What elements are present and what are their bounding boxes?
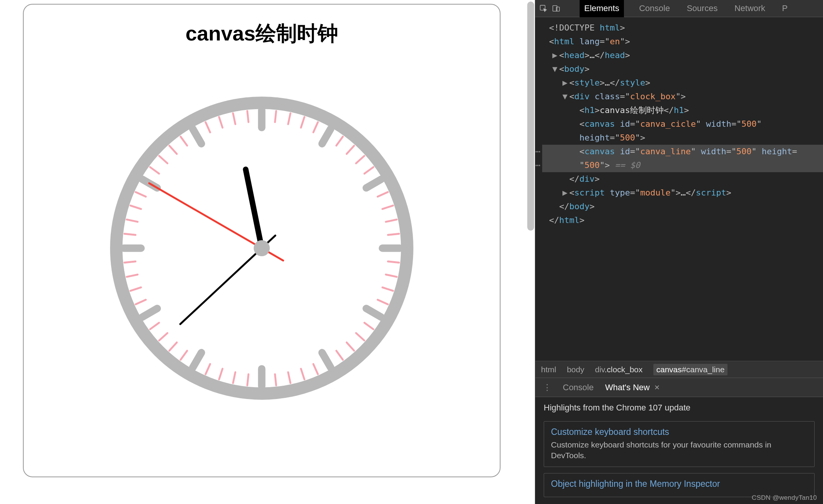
svg-line-2 — [275, 111, 276, 122]
svg-line-38 — [169, 342, 177, 351]
svg-line-35 — [206, 364, 210, 374]
inspect-icon[interactable] — [539, 4, 548, 13]
svg-line-40 — [150, 323, 159, 329]
svg-line-23 — [356, 333, 365, 341]
dom-row[interactable]: </html> — [542, 213, 823, 227]
svg-line-41 — [142, 309, 157, 317]
devtools-tab-p[interactable]: P — [781, 0, 789, 17]
svg-line-19 — [382, 288, 393, 291]
dom-row[interactable]: ▶<style>…</style> — [542, 76, 823, 90]
svg-line-15 — [388, 234, 399, 235]
svg-line-13 — [382, 205, 393, 209]
svg-line-25 — [336, 351, 343, 360]
drawer-tab-console[interactable]: Console — [563, 383, 594, 393]
svg-line-9 — [356, 156, 365, 163]
svg-line-5 — [313, 122, 318, 132]
svg-line-18 — [386, 275, 397, 277]
drawer-tabs: ⋮ Console What's New ✕ — [535, 378, 823, 397]
svg-line-47 — [125, 234, 136, 235]
dom-row[interactable]: <html lang="en"> — [542, 35, 823, 48]
svg-line-36 — [193, 353, 201, 368]
svg-line-59 — [233, 113, 235, 124]
svg-line-3 — [288, 113, 290, 124]
breadcrumb-item[interactable]: div.clock_box — [595, 365, 643, 374]
dom-row[interactable]: "500"> == $0 — [542, 158, 823, 172]
svg-line-28 — [301, 369, 305, 380]
svg-line-24 — [347, 342, 354, 351]
svg-line-20 — [377, 300, 388, 304]
watermark: CSDN @wendyTan10 — [752, 494, 817, 502]
svg-line-4 — [301, 117, 305, 128]
dom-row[interactable]: </div> — [542, 172, 823, 186]
dom-tree[interactable]: <!DOCTYPE html> <html lang="en"> ▶<head>… — [535, 17, 823, 361]
svg-line-32 — [247, 374, 248, 385]
svg-line-52 — [150, 167, 159, 174]
dom-row[interactable]: height="500"> — [542, 131, 823, 145]
devtools-panel: ElementsConsoleSourcesNetworkP <!DOCTYPE… — [535, 0, 823, 504]
svg-line-7 — [336, 137, 343, 146]
svg-line-37 — [181, 351, 187, 360]
svg-line-33 — [233, 372, 235, 383]
svg-line-60 — [247, 111, 248, 122]
breadcrumb-item[interactable]: body — [567, 365, 585, 374]
svg-line-54 — [169, 146, 177, 154]
breadcrumb-item[interactable]: html — [541, 365, 556, 374]
devtools-tab-elements[interactable]: Elements — [580, 0, 624, 17]
breadcrumb[interactable]: htmlbodydiv.clock_boxcanvas#canva_line — [535, 361, 823, 378]
svg-line-27 — [313, 364, 318, 374]
whatsnew-card[interactable]: Customize keyboard shortcutsCustomize ke… — [544, 421, 815, 467]
svg-line-21 — [366, 309, 381, 317]
devtools-tab-console[interactable]: Console — [638, 0, 672, 17]
svg-line-6 — [322, 129, 331, 144]
whatsnew-card[interactable]: Object highlighting in the Memory Inspec… — [544, 473, 815, 497]
svg-line-55 — [181, 137, 187, 146]
dom-row[interactable]: <!DOCTYPE html> — [542, 21, 823, 35]
svg-line-11 — [366, 179, 381, 188]
scrollbar[interactable] — [527, 2, 534, 231]
svg-point-64 — [254, 240, 270, 256]
svg-line-10 — [365, 167, 374, 174]
svg-line-8 — [347, 146, 354, 154]
svg-line-29 — [288, 372, 290, 383]
svg-line-34 — [219, 369, 222, 380]
page-title: canvas绘制时钟 — [185, 20, 338, 48]
devtools-tabbar: ElementsConsoleSourcesNetworkP — [535, 0, 823, 17]
dom-row[interactable]: ▼<body> — [542, 62, 823, 76]
svg-line-42 — [136, 300, 146, 304]
dom-row[interactable]: ▶<head>…</head> — [542, 48, 823, 62]
svg-line-30 — [275, 374, 276, 385]
svg-line-53 — [159, 156, 168, 163]
svg-line-45 — [125, 262, 136, 263]
svg-line-58 — [219, 117, 222, 128]
dom-row[interactable]: </body> — [542, 200, 823, 213]
svg-line-17 — [388, 262, 399, 263]
svg-line-63 — [246, 170, 262, 248]
svg-line-48 — [127, 220, 138, 222]
breadcrumb-item[interactable]: canvas#canva_line — [653, 364, 728, 375]
clock-canvas — [107, 94, 416, 403]
kebab-icon[interactable]: ⋮ — [543, 383, 551, 393]
svg-line-56 — [193, 129, 201, 144]
devtools-tab-network[interactable]: Network — [733, 0, 767, 17]
svg-line-12 — [377, 192, 388, 197]
clock-box: canvas绘制时钟 — [23, 4, 501, 477]
device-toggle-icon[interactable] — [552, 4, 561, 13]
close-icon[interactable]: ✕ — [654, 383, 660, 392]
svg-line-22 — [365, 323, 374, 329]
dom-row[interactable]: <canvas id="canva_cicle" width="500" — [542, 117, 823, 131]
dom-row[interactable]: <canvas id="canva_line" width="500" heig… — [542, 145, 823, 158]
svg-line-49 — [130, 205, 141, 209]
devtools-tab-sources[interactable]: Sources — [685, 0, 719, 17]
dom-row[interactable]: <h1>canvas绘制时钟</h1> — [542, 103, 823, 117]
page-viewport[interactable]: canvas绘制时钟 — [0, 0, 535, 504]
svg-line-14 — [386, 220, 397, 222]
dom-row[interactable]: ▶<script type="module">…</script> — [542, 186, 823, 200]
svg-line-57 — [206, 122, 210, 132]
drawer-tab-whatsnew[interactable]: What's New — [605, 383, 650, 393]
dom-row[interactable]: ▼<div class="clock_box"> — [542, 90, 823, 103]
drawer-body: Highlights from the Chrome 107 update Cu… — [535, 397, 823, 504]
svg-line-43 — [130, 288, 141, 291]
svg-line-26 — [322, 353, 331, 368]
drawer-headline: Highlights from the Chrome 107 update — [544, 403, 815, 413]
svg-line-50 — [136, 192, 146, 197]
